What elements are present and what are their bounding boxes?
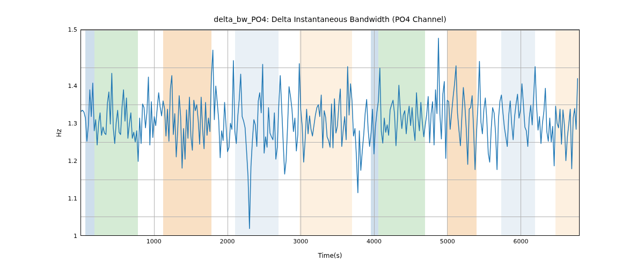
series-line [81, 38, 577, 228]
figure: delta_bw_PO4: Delta Instantaneous Bandwi… [0, 0, 644, 268]
x-axis-label: Time(s) [80, 252, 580, 259]
line-plot-svg [81, 30, 579, 235]
y-tick-label: 1.1 [56, 195, 77, 202]
x-tick-label: 2000 [220, 238, 235, 245]
x-tick-label: 1000 [147, 238, 162, 245]
y-tick-label: 1.4 [56, 83, 77, 90]
y-tick-label: 1.3 [56, 120, 77, 127]
chart-title: delta_bw_PO4: Delta Instantaneous Bandwi… [80, 15, 580, 24]
plot-area [80, 29, 580, 236]
x-tick-label: 6000 [514, 238, 529, 245]
x-tick-label: 5000 [440, 238, 455, 245]
y-axis-label: Hz [54, 29, 64, 236]
y-tick-label: 1 [56, 233, 77, 240]
x-tick-label: 4000 [367, 238, 382, 245]
y-tick-label: 1.5 [56, 26, 77, 33]
x-tick-label: 3000 [293, 238, 308, 245]
y-tick-label: 1.2 [56, 158, 77, 165]
